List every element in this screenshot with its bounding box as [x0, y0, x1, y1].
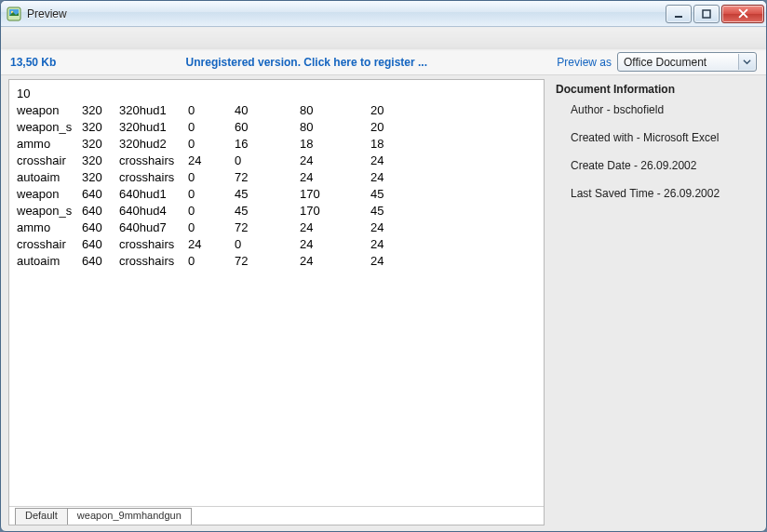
preview-as-value: Office Document	[624, 56, 706, 69]
cell: 320	[82, 153, 119, 169]
cell: 0	[188, 169, 235, 186]
cell: 170	[300, 186, 370, 203]
cell: 24	[300, 169, 370, 186]
cell: 18	[300, 136, 370, 153]
cell: 0	[188, 136, 235, 153]
table-row: weapon_s640640hud404517045	[17, 203, 536, 219]
window-buttons	[666, 5, 764, 23]
cell: 640	[82, 203, 119, 219]
cell: 320	[82, 169, 119, 186]
cell: 640	[82, 253, 119, 270]
cell: 0	[188, 102, 235, 119]
cell: 640hud1	[119, 186, 188, 203]
cell: 24	[300, 153, 370, 169]
cell: 24	[300, 253, 370, 270]
cell: 320hud1	[119, 102, 188, 119]
cell: weapon	[17, 186, 82, 203]
info-row: Create Date - 26.09.2002	[571, 159, 753, 172]
document-body[interactable]: 10 weapon320320hud10408020weapon_s320320…	[9, 80, 544, 506]
cell: 18	[370, 136, 408, 153]
cell: crosshairs	[119, 236, 188, 253]
cell: 45	[235, 203, 300, 219]
cell: 24	[370, 169, 408, 186]
cell: 170	[300, 203, 370, 219]
chevron-down-icon	[738, 54, 755, 70]
close-button[interactable]	[721, 5, 764, 23]
cell: autoaim	[17, 253, 82, 270]
preview-as-label: Preview as	[557, 56, 612, 69]
sheet-tabs: Defaultweapon_9mmhandgun	[9, 506, 544, 525]
table-row: autoaim320crosshairs0722424	[17, 169, 536, 186]
cell: 20	[370, 119, 408, 136]
cell: 0	[188, 219, 235, 236]
svg-rect-4	[703, 10, 710, 18]
preview-as-combo[interactable]: Office Document	[617, 52, 757, 72]
cell: 320	[82, 102, 119, 119]
table-row: ammo640640hud70722424	[17, 219, 536, 236]
cell: 640	[82, 186, 119, 203]
window: Preview 13,50 Kb Unregistered version. C…	[0, 0, 767, 532]
cell: 24	[370, 253, 408, 270]
cell: 60	[235, 119, 300, 136]
cell: 0	[188, 186, 235, 203]
document-info-panel: Document Information Author - bschofield…	[550, 79, 759, 525]
cell: 320hud2	[119, 136, 188, 153]
cell: 24	[370, 153, 408, 169]
content-area: 10 weapon320320hud10408020weapon_s320320…	[1, 75, 766, 531]
table-row: weapon320320hud10408020	[17, 102, 536, 119]
minimize-button[interactable]	[666, 5, 692, 23]
sheet-tab[interactable]: weapon_9mmhandgun	[67, 508, 192, 525]
cell: 16	[235, 136, 300, 153]
cell: 45	[235, 186, 300, 203]
cell: 0	[188, 253, 235, 270]
cell: 24	[370, 219, 408, 236]
subheader: 13,50 Kb Unregistered version. Click her…	[1, 49, 766, 75]
cell: weapon	[17, 102, 82, 119]
cell: 80	[300, 119, 370, 136]
cell: 640hud7	[119, 219, 188, 236]
cell: 24	[188, 236, 235, 253]
app-icon	[7, 7, 21, 21]
cell: 72	[235, 253, 300, 270]
doc-first-line: 10	[17, 86, 30, 102]
cell: 640	[82, 236, 119, 253]
cell: 20	[370, 102, 408, 119]
cell: 640hud4	[119, 203, 188, 219]
cell: crosshair	[17, 153, 82, 169]
cell: 320	[82, 119, 119, 136]
window-title: Preview	[27, 7, 67, 20]
sheet-tab[interactable]: Default	[15, 508, 68, 525]
cell: autoaim	[17, 169, 82, 186]
cell: crosshairs	[119, 169, 188, 186]
cell: 24	[300, 219, 370, 236]
titlebar[interactable]: Preview	[1, 1, 766, 27]
cell: 0	[235, 236, 300, 253]
cell: 45	[370, 186, 408, 203]
info-row: Created with - Microsoft Excel	[571, 131, 753, 144]
cell: 24	[370, 236, 408, 253]
cell: 45	[370, 203, 408, 219]
cell: 0	[235, 153, 300, 169]
cell: crosshairs	[119, 253, 188, 270]
cell: crosshairs	[119, 153, 188, 169]
cell: 72	[235, 169, 300, 186]
info-row: Author - bschofield	[571, 103, 753, 116]
document-info-heading: Document Information	[556, 83, 753, 96]
document-preview-panel: 10 weapon320320hud10408020weapon_s320320…	[8, 79, 545, 525]
table-row: weapon_s320320hud10608020	[17, 119, 536, 136]
table-row: crosshair320crosshairs2402424	[17, 153, 536, 169]
table-row: ammo320320hud20161818	[17, 136, 536, 153]
maximize-button[interactable]	[693, 5, 720, 23]
register-link[interactable]: Unregistered version. Click here to regi…	[56, 56, 557, 69]
table-row: autoaim640crosshairs0722424	[17, 253, 536, 270]
cell: 0	[188, 119, 235, 136]
svg-rect-3	[675, 16, 682, 18]
cell: weapon_s	[17, 203, 82, 219]
table-row: weapon640640hud104517045	[17, 186, 536, 203]
file-size: 13,50 Kb	[10, 56, 56, 69]
cell: 320hud1	[119, 119, 188, 136]
cell: weapon_s	[17, 119, 82, 136]
info-row: Last Saved Time - 26.09.2002	[571, 187, 753, 200]
cell: 640	[82, 219, 119, 236]
cell: 80	[300, 102, 370, 119]
